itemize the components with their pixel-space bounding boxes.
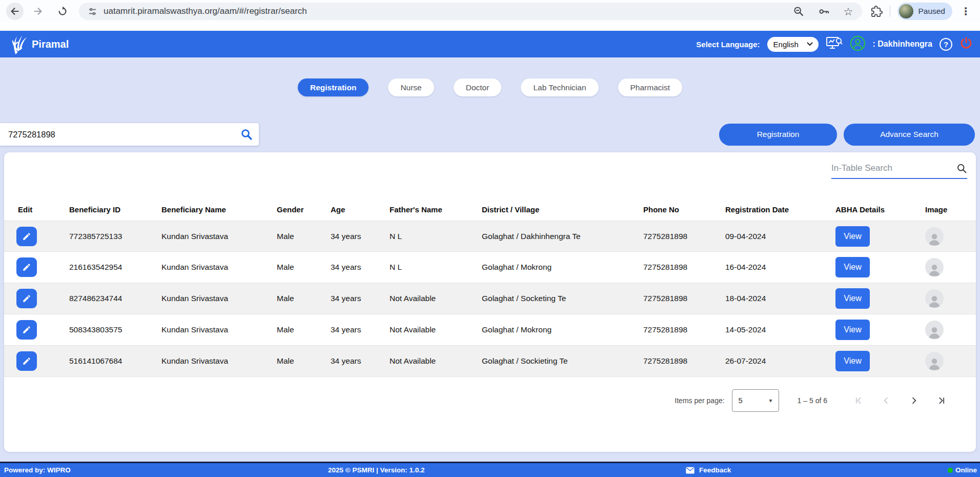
feedback-link[interactable]: Feedback [686,463,731,477]
back-arrow-icon [9,5,21,17]
col-phone-no: Phone No [643,205,725,214]
registration-date: 09-04-2024 [725,232,835,241]
view-abha-button[interactable]: View [835,351,870,371]
district-village: Golaghat / Mokrong [482,325,643,334]
last-page-button[interactable] [928,395,955,406]
age: 34 years [331,294,390,303]
edit-button[interactable] [16,227,37,246]
extensions-puzzle-icon[interactable] [870,5,883,17]
app-footer: Powered by: WIPRO 2025 © PSMRI | Version… [0,462,980,477]
gender: Male [277,232,331,241]
beneficiary-avatar-icon [925,258,944,276]
next-page-button[interactable] [900,395,928,406]
edit-button[interactable] [16,257,37,277]
edit-button[interactable] [16,320,37,340]
district-village: Golaghat / Dakhinhengra Te [482,232,643,241]
district-village: Golaghat / Mokrong [482,263,643,272]
help-icon[interactable]: ? [940,38,952,51]
address-bar[interactable]: uatamrit.piramalswasthya.org/aam/#/regis… [79,3,862,20]
url-text[interactable]: uatamrit.piramalswasthya.org/aam/#/regis… [104,6,307,16]
language-select[interactable]: English [767,37,819,52]
col-edit: Edit [18,205,69,214]
search-icon[interactable] [240,128,253,141]
phone-no: 7275281898 [643,356,725,366]
tab-doctor[interactable]: Doctor [454,78,502,96]
pencil-icon [22,263,31,272]
site-settings-icon[interactable] [86,5,98,17]
beneficiary-avatar-icon [925,352,944,370]
tab-nurse[interactable]: Nurse [388,78,434,96]
registration-date: 14-05-2024 [725,325,835,334]
col-fathers-name: Father's Name [390,205,482,214]
user-circle-icon [850,35,866,53]
results-panel: Edit Beneficiary ID Beneficiary Name Gen… [4,152,976,452]
beneficiary-avatar-icon [925,321,944,339]
in-table-search-icon[interactable] [956,163,967,174]
age: 34 years [331,356,390,366]
father-name: Not Available [390,356,482,366]
view-abha-button[interactable]: View [835,257,870,277]
search-input[interactable] [2,130,240,140]
beneficiary-id: 216163542954 [69,263,161,272]
gender: Male [277,294,331,303]
edit-button[interactable] [16,351,37,371]
first-page-button[interactable] [845,395,872,406]
table-row: 516141067684 Kundan Srivastava Male 34 y… [4,346,976,377]
logout-power-icon[interactable] [959,36,973,52]
piramal-logo-icon [9,33,29,55]
caret-down-icon: ▾ [769,397,772,404]
pencil-icon [22,356,31,366]
envelope-icon [686,467,695,474]
district-village: Golaghat / Sockieting Te [482,356,643,366]
profile-status-label: Paused [918,7,945,16]
table-body: 772385725133 Kundan Srivastava Male 34 y… [4,221,976,377]
father-name: Not Available [390,294,482,303]
browser-profile-chip[interactable]: Paused [897,3,952,20]
view-abha-button[interactable]: View [835,288,870,309]
beneficiary-avatar-icon [925,289,944,308]
tab-pharmacist[interactable]: Pharmacist [618,78,683,96]
items-per-page-label: Items per page: [675,396,724,405]
feedback-label: Feedback [699,466,731,474]
tab-registration[interactable]: Registration [298,78,369,96]
phone-no: 7275281898 [643,294,725,303]
table-row: 827486234744 Kundan Srivastava Male 34 y… [4,283,976,314]
online-status: Online [948,463,977,477]
items-per-page-select[interactable]: 5 ▾ [732,389,779,412]
tab-lab-technician[interactable]: Lab Technician [521,78,598,96]
registration-button[interactable]: Registration [719,124,837,146]
view-abha-button[interactable]: View [835,320,870,340]
table-row: 508343803575 Kundan Srivastava Male 34 y… [4,314,976,346]
logged-in-user-name: : Dakhinhengra [873,39,932,49]
online-label: Online [955,466,977,474]
col-age: Age [331,205,390,214]
page-range-label: 1 – 5 of 6 [798,396,827,405]
beneficiary-id: 508343803575 [69,325,161,334]
back-button[interactable] [6,3,24,20]
zoom-out-icon[interactable] [792,5,805,17]
advance-search-button[interactable]: Advance Search [844,124,975,146]
age: 34 years [331,325,390,334]
main-content: Registration Nurse Doctor Lab Technician… [0,57,980,462]
view-abha-button[interactable]: View [835,226,870,247]
forward-arrow-icon[interactable] [32,5,44,17]
reload-icon[interactable] [56,5,69,17]
age: 34 years [331,263,390,272]
gender: Male [277,356,331,366]
language-value: English [773,40,799,49]
window-strip [0,23,980,31]
edit-button[interactable] [16,289,37,308]
in-table-search-input[interactable] [831,163,956,173]
registration-date: 16-04-2024 [725,263,835,272]
bookmark-star-icon[interactable]: ☆ [844,6,853,17]
beneficiary-search-box [0,123,259,146]
password-key-icon[interactable] [818,5,830,17]
beneficiary-id: 516141067684 [69,356,161,366]
toolbar-divider [890,6,890,17]
browser-menu-icon[interactable]: ⋮ [957,5,974,17]
copyright-label: 2025 © PSMRI | Version: 1.0.2 [328,463,425,477]
screen-search-icon[interactable] [826,36,843,52]
gender: Male [277,263,331,272]
previous-page-button[interactable] [872,395,900,406]
phone-no: 7275281898 [643,263,725,272]
